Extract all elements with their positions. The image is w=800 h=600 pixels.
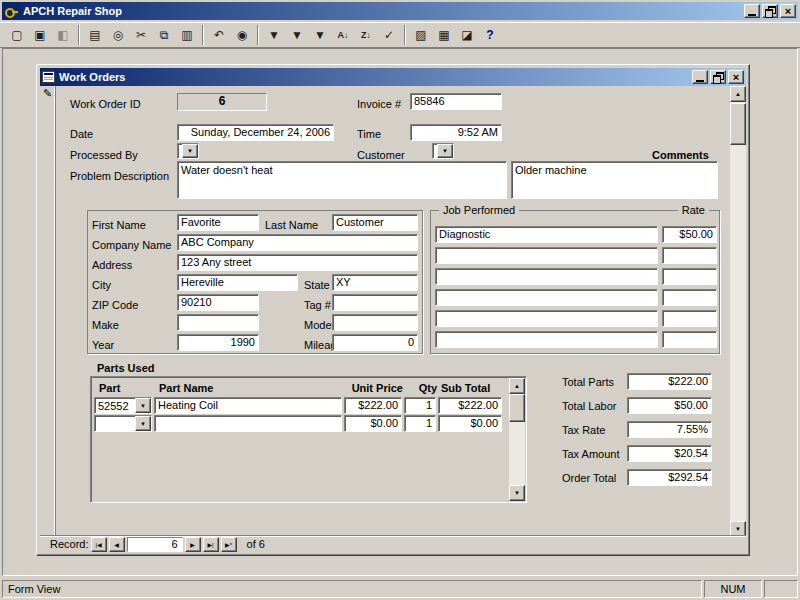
job-rate-field[interactable] <box>662 247 717 264</box>
new-object-icon[interactable]: ◪ <box>456 24 478 46</box>
problem-description-field[interactable]: Water doesn't heat <box>177 161 507 199</box>
sub-total-field[interactable]: $0.00 <box>438 415 502 432</box>
invoice-label: Invoice # <box>357 98 401 111</box>
previous-record-button[interactable]: ◀ <box>109 537 125 552</box>
job-description-field[interactable] <box>435 247 658 264</box>
last-name-field[interactable]: Customer <box>332 214 418 231</box>
next-record-icon: ▶ <box>190 541 195 548</box>
last-record-button[interactable]: ▶| <box>203 537 219 552</box>
app-restore-button[interactable] <box>762 4 778 18</box>
child-title: Work Orders <box>59 68 688 86</box>
tax-amount-field[interactable]: $20.54 <box>627 445 712 462</box>
scrollbar-thumb[interactable] <box>509 394 525 422</box>
dropdown-button[interactable]: ▼ <box>182 144 198 158</box>
zip-code-field[interactable]: 90210 <box>177 294 259 311</box>
undo-icon[interactable]: ↶ <box>208 24 230 46</box>
child-minimize-button[interactable] <box>692 70 708 84</box>
sort-descending-icon[interactable]: Z↓ <box>355 24 377 46</box>
job-description-field[interactable] <box>435 331 658 348</box>
part-name-field[interactable] <box>154 415 342 432</box>
dropdown-button[interactable]: ▼ <box>135 416 151 431</box>
unit-price-field[interactable]: $0.00 <box>344 415 402 432</box>
first-record-button[interactable]: |◀ <box>91 537 107 552</box>
city-field[interactable]: Hereville <box>177 274 298 291</box>
qty-field[interactable]: 1 <box>404 397 436 414</box>
qty-field[interactable]: 1 <box>404 415 436 432</box>
state-field[interactable]: XY <box>332 274 418 291</box>
work-order-id-field[interactable]: 6 <box>177 93 267 111</box>
customer-combobox[interactable]: 5585 ▼ <box>432 143 454 159</box>
child-restore-button[interactable] <box>710 70 726 84</box>
scroll-down-icon[interactable]: ▼ <box>509 485 525 501</box>
tax-rate-field[interactable]: 7.55% <box>627 421 712 438</box>
mileage-field[interactable]: 0 <box>332 334 418 351</box>
app-minimize-button[interactable] <box>744 4 760 18</box>
find-icon[interactable]: ◉ <box>231 24 253 46</box>
copy-icon[interactable]: ⧉ <box>153 24 175 46</box>
job-rate-field[interactable] <box>662 289 717 306</box>
new-icon[interactable]: ▢ <box>6 24 28 46</box>
tax-rate-label: Tax Rate <box>562 424 605 437</box>
company-name-field[interactable]: ABC Company <box>177 234 418 251</box>
job-rate-field[interactable]: $50.00 <box>662 226 717 243</box>
part-number-combo[interactable]: ▼ <box>94 415 152 432</box>
invoice-field[interactable]: 85846 <box>410 93 502 110</box>
new-record-icon: ▶* <box>225 541 232 548</box>
dropdown-button[interactable]: ▼ <box>135 398 151 413</box>
cut-icon[interactable]: ✂ <box>130 24 152 46</box>
database-window-icon[interactable]: ▦ <box>433 24 455 46</box>
first-name-field[interactable]: Favorite <box>177 214 259 231</box>
order-total-field[interactable]: $292.54 <box>627 469 712 486</box>
time-field[interactable]: 9:52 AM <box>410 124 502 141</box>
child-title-bar[interactable]: Work Orders × <box>40 68 746 86</box>
sub-total-column-header: Sub Total <box>441 382 490 395</box>
paste-icon[interactable]: ▥ <box>176 24 198 46</box>
model-field[interactable] <box>332 314 418 331</box>
help-icon[interactable]: ? <box>479 24 501 46</box>
part-number-combo[interactable]: 52552 ▼ <box>94 397 152 414</box>
sort-ascending-icon[interactable]: A↓ <box>332 24 354 46</box>
total-labor-field[interactable]: $50.00 <box>627 397 712 414</box>
job-rate-field[interactable] <box>662 310 717 327</box>
tag-number-field[interactable] <box>332 294 418 311</box>
address-field[interactable]: 123 Any street <box>177 254 418 271</box>
job-performed-label: Job Performed <box>439 204 519 217</box>
app-close-button[interactable]: × <box>780 4 796 18</box>
print-preview-icon[interactable]: ◎ <box>107 24 129 46</box>
next-record-button[interactable]: ▶ <box>185 537 201 552</box>
job-description-field[interactable] <box>435 310 658 327</box>
scrollbar-thumb[interactable] <box>730 103 746 145</box>
job-description-field[interactable]: Diagnostic <box>435 226 658 243</box>
date-field[interactable]: Sunday, December 24, 2006 <box>177 124 334 141</box>
save-icon[interactable]: ◧ <box>52 24 74 46</box>
scroll-up-icon[interactable]: ▲ <box>730 86 746 102</box>
current-record-field[interactable]: 6 <box>127 537 183 552</box>
record-navigation-bar: Record: |◀ ◀ 6 ▶ ▶| ▶* of 6 <box>40 535 746 552</box>
job-description-field[interactable] <box>435 289 658 306</box>
make-field[interactable] <box>177 314 259 331</box>
job-description-field[interactable] <box>435 268 658 285</box>
unit-price-field[interactable]: $222.00 <box>344 397 402 414</box>
sub-total-field[interactable]: $222.00 <box>438 397 502 414</box>
job-rate-field[interactable] <box>662 268 717 285</box>
total-parts-field[interactable]: $222.00 <box>627 373 712 390</box>
year-field[interactable]: 1990 <box>177 334 259 351</box>
filter-by-selection-icon[interactable]: ▼ <box>263 24 285 46</box>
scroll-up-icon[interactable]: ▲ <box>509 378 525 394</box>
parts-scrollbar[interactable]: ▲ ▼ <box>509 378 525 501</box>
part-name-field[interactable]: Heating Coil <box>154 397 342 414</box>
apply-filter-icon[interactable]: ▼ <box>309 24 331 46</box>
form-scrollbar[interactable]: ▲ ▼ <box>730 86 746 537</box>
open-icon[interactable]: ▣ <box>29 24 51 46</box>
record-selector[interactable]: ✎ <box>40 86 56 537</box>
job-rate-field[interactable] <box>662 331 717 348</box>
processed-by-combobox[interactable]: Kaye, Pip ▼ <box>177 143 199 159</box>
new-record-button[interactable]: ▶* <box>221 537 237 552</box>
print-icon[interactable]: ▤ <box>84 24 106 46</box>
spelling-icon[interactable]: ✓ <box>378 24 400 46</box>
filter-by-form-icon[interactable]: ▼ <box>286 24 308 46</box>
child-close-button[interactable]: × <box>728 70 744 84</box>
properties-icon[interactable]: ▨ <box>410 24 432 46</box>
comments-field[interactable]: Older machine <box>511 161 718 199</box>
dropdown-button[interactable]: ▼ <box>437 144 453 158</box>
